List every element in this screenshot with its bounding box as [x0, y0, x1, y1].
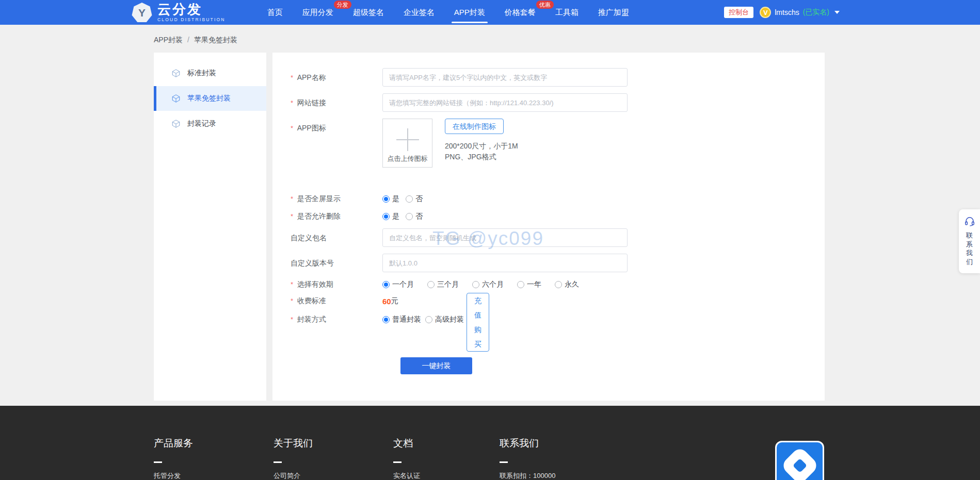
brand-text: 云分发 CLOUD DISTRIBUTION	[157, 3, 226, 22]
radio-icon	[406, 213, 413, 220]
packaging-form-card: TG @yc099 APP名称 网站链接 APP图标 点击上传图标 在线制作图标	[272, 53, 825, 401]
allow-delete-yes-radio[interactable]: 是	[382, 212, 399, 221]
nav-item-app-packaging[interactable]: APP封装	[444, 0, 495, 25]
footer-col-contact: 联系我们 联系扣扣：100000	[500, 437, 654, 480]
nav-menu: 首页 应用分发分发 超级签名 企业签名 APP封装 价格套餐优惠 工具箱 推广加…	[258, 0, 639, 25]
cube-icon	[171, 94, 181, 103]
brand-logo[interactable]: Y 云分发 CLOUD DISTRIBUTION	[132, 2, 226, 23]
nav-item-toolbox[interactable]: 工具箱	[545, 0, 588, 25]
sidebar-item-apple-nosign-packaging[interactable]: 苹果免签封装	[154, 86, 266, 111]
validity-1month-radio[interactable]: 一个月	[382, 280, 414, 289]
user-menu[interactable]: V lmtschs (已实名)	[760, 7, 840, 18]
sidebar: 标准封装 苹果免签封装 封装记录	[154, 53, 266, 401]
footer-col-title: 文档	[393, 437, 500, 450]
radio-icon	[425, 316, 432, 323]
footer-link-company-intro[interactable]: 公司简介	[274, 471, 393, 480]
package-name-label: 自定义包名	[291, 228, 382, 247]
nav-item-promotion[interactable]: 推广加盟	[588, 0, 639, 25]
pack-type-radio-group: 普通封装 高级封装	[382, 314, 464, 324]
breadcrumb-current: 苹果免签封装	[194, 36, 237, 45]
version-input[interactable]	[382, 254, 628, 272]
price-unit: 元	[391, 296, 398, 306]
form-row-validity: 选择有效期 一个月 三个月 六个月 一年 永久	[291, 279, 804, 289]
validity-forever-radio[interactable]: 永久	[555, 280, 579, 289]
fullscreen-yes-radio[interactable]: 是	[382, 194, 399, 204]
breadcrumb-app-packaging[interactable]: APP封装	[154, 36, 183, 45]
nav-item-home[interactable]: 首页	[258, 0, 293, 25]
footer-col-products: 产品服务 托管分发	[154, 437, 274, 480]
sidebar-item-packaging-records[interactable]: 封装记录	[154, 111, 266, 136]
radio-icon	[382, 316, 390, 323]
footer-link-hosted-distribution[interactable]: 托管分发	[154, 471, 274, 480]
nav-item-app-distribution[interactable]: 应用分发分发	[293, 0, 343, 25]
headset-icon	[964, 216, 975, 227]
footer-divider-dash	[274, 461, 282, 463]
nav-item-enterprise-sign[interactable]: 企业签名	[394, 0, 444, 25]
site-url-input[interactable]	[382, 93, 628, 112]
cube-icon	[171, 119, 181, 128]
nav-item-pricing[interactable]: 价格套餐优惠	[495, 0, 545, 25]
form-row-price: 收费标准 60 元 充值购买	[291, 296, 804, 306]
console-button[interactable]: 控制台	[724, 7, 753, 18]
fullscreen-no-radio[interactable]: 否	[406, 194, 423, 204]
page: Y 云分发 CLOUD DISTRIBUTION 首页 应用分发分发 超级签名 …	[0, 0, 980, 480]
top-navbar: Y 云分发 CLOUD DISTRIBUTION 首页 应用分发分发 超级签名 …	[0, 0, 980, 25]
one-click-package-button[interactable]: 一键封装	[400, 357, 472, 374]
validity-3month-radio[interactable]: 三个月	[427, 280, 459, 289]
contact-us-float-widget[interactable]: 联 系 我 们	[959, 209, 980, 273]
footer-col-about: 关于我们 公司简介	[274, 437, 393, 480]
form-row-app-icon: APP图标 点击上传图标 在线制作图标 200*200尺寸，小于1M PNG、J…	[291, 119, 804, 168]
username: lmtschs	[775, 8, 799, 16]
footer-col-title: 产品服务	[154, 437, 274, 450]
form-row-fullscreen: 是否全屏显示 是 否	[291, 193, 804, 204]
footer: 产品服务 托管分发 关于我们 公司简介 文档 实名认证 联系我们 联系扣扣：10…	[0, 406, 980, 480]
footer-link-realname-auth[interactable]: 实名认证	[393, 471, 500, 480]
form-row-site-url: 网站链接	[291, 93, 804, 112]
radio-icon	[382, 213, 390, 220]
radio-icon	[382, 281, 390, 288]
footer-divider-dash	[154, 461, 162, 463]
svg-text:Y: Y	[138, 7, 146, 19]
nav-right-group: 控制台 V lmtschs (已实名)	[724, 0, 840, 25]
package-name-input[interactable]	[382, 228, 628, 247]
price-amount: 60	[382, 297, 391, 306]
upload-label: 点击上传图标	[388, 154, 428, 163]
contact-us-vertical-label: 联 系 我 们	[966, 231, 973, 266]
recharge-buy-button[interactable]: 充值购买	[467, 293, 489, 352]
validity-radio-group: 一个月 三个月 六个月 一年 永久	[382, 279, 579, 289]
allow-delete-no-radio[interactable]: 否	[406, 212, 423, 221]
footer-divider-dash	[393, 461, 401, 463]
icon-upload-dropzone[interactable]: 点击上传图标	[382, 119, 432, 168]
breadcrumb-separator: /	[187, 36, 189, 45]
sidebar-item-label: 苹果免签封装	[187, 94, 231, 103]
content-area: 标准封装 苹果免签封装 封装记录 TG @yc099 APP名称	[0, 53, 980, 401]
footer-col-title: 关于我们	[274, 437, 393, 450]
radio-icon	[472, 281, 479, 288]
form-row-version: 自定义版本号	[291, 254, 804, 272]
footer-logo	[775, 441, 824, 480]
pack-type-normal-radio[interactable]: 普通封装	[382, 315, 421, 324]
footer-logo-swirl-icon	[780, 445, 819, 480]
validity-1year-radio[interactable]: 一年	[517, 280, 541, 289]
validity-6month-radio[interactable]: 六个月	[472, 280, 504, 289]
plus-icon	[396, 128, 419, 151]
site-url-label: 网站链接	[291, 93, 382, 112]
sidebar-item-standard-packaging[interactable]: 标准封装	[154, 61, 266, 86]
fullscreen-radio-group: 是 否	[382, 193, 423, 204]
radio-icon	[555, 281, 562, 288]
allow-delete-label: 是否允许删除	[291, 211, 382, 221]
cube-icon	[171, 69, 181, 78]
app-name-input[interactable]	[382, 68, 628, 87]
make-icon-online-button[interactable]: 在线制作图标	[445, 119, 504, 134]
form-row-app-name: APP名称	[291, 68, 804, 87]
pack-type-advanced-radio[interactable]: 高级封装	[425, 315, 464, 324]
footer-contact-qq: 联系扣扣：100000	[500, 471, 654, 480]
breadcrumb: APP封装 / 苹果免签封装	[0, 25, 980, 53]
icon-hint-format: PNG、JPG格式	[445, 152, 518, 162]
app-icon-label: APP图标	[291, 119, 382, 168]
icon-help-block: 在线制作图标 200*200尺寸，小于1M PNG、JPG格式	[445, 119, 518, 168]
form-row-package-name: 自定义包名	[291, 228, 804, 247]
radio-icon	[427, 281, 435, 288]
brand-name: 云分发	[157, 3, 226, 16]
nav-item-super-sign[interactable]: 超级签名	[343, 0, 394, 25]
